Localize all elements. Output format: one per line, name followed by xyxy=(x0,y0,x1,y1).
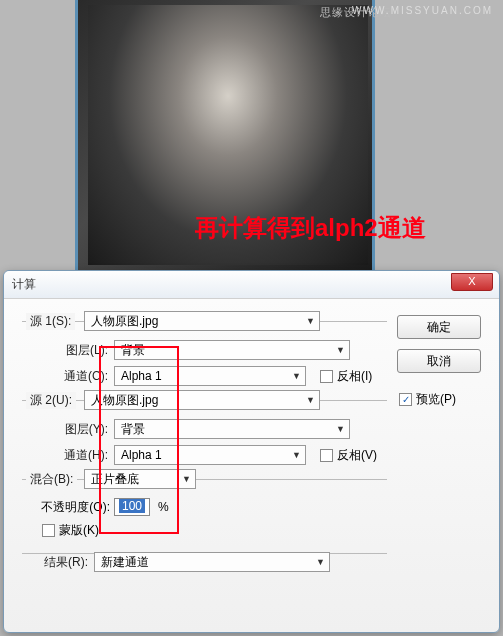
source1-group: 源 1(S): 人物原图.jpg ▼ 图层(L): 背景 ▼ 通道(C): Al… xyxy=(22,321,387,386)
checkbox-icon: ✓ xyxy=(399,393,412,406)
source1-channel-dropdown[interactable]: Alpha 1 ▼ xyxy=(114,366,306,386)
chevron-down-icon: ▼ xyxy=(182,474,191,484)
checkbox-icon xyxy=(42,524,55,537)
chevron-down-icon: ▼ xyxy=(292,450,301,460)
checkbox-icon xyxy=(320,449,333,462)
source2-layer-value: 背景 xyxy=(121,421,145,438)
result-value: 新建通道 xyxy=(101,554,149,571)
mask-label: 蒙版(K)... xyxy=(59,522,109,539)
chevron-down-icon: ▼ xyxy=(292,371,301,381)
source1-value: 人物原图.jpg xyxy=(91,313,158,330)
source1-dropdown[interactable]: 人物原图.jpg ▼ xyxy=(84,311,320,331)
source2-layer-label: 图层(Y): xyxy=(52,421,114,438)
ok-button[interactable]: 确定 xyxy=(397,315,481,339)
source2-layer-dropdown[interactable]: 背景 ▼ xyxy=(114,419,350,439)
source2-invert-label: 反相(V) xyxy=(337,447,377,464)
dialog-left-column: 源 1(S): 人物原图.jpg ▼ 图层(L): 背景 ▼ 通道(C): Al… xyxy=(14,311,397,586)
source2-channel-dropdown[interactable]: Alpha 1 ▼ xyxy=(114,445,306,465)
opacity-input[interactable]: 100 xyxy=(114,498,150,516)
dialog-right-column: 确定 取消 ✓ 预览(P) xyxy=(397,311,489,586)
preview-label: 预览(P) xyxy=(416,391,456,408)
chevron-down-icon: ▼ xyxy=(336,424,345,434)
source1-invert-checkbox[interactable]: 反相(I) xyxy=(320,368,372,385)
chevron-down-icon: ▼ xyxy=(316,557,325,567)
calculations-dialog: 计算 X 源 1(S): 人物原图.jpg ▼ 图层(L): 背景 ▼ xyxy=(3,270,500,633)
url-watermark: WWW.MISSYUAN.COM xyxy=(352,5,493,16)
dialog-titlebar[interactable]: 计算 X xyxy=(4,271,499,299)
dialog-body: 源 1(S): 人物原图.jpg ▼ 图层(L): 背景 ▼ 通道(C): Al… xyxy=(4,299,499,598)
mask-checkbox[interactable]: 蒙版(K)... xyxy=(42,522,109,539)
source1-layer-dropdown[interactable]: 背景 ▼ xyxy=(114,340,350,360)
cancel-button[interactable]: 取消 xyxy=(397,349,481,373)
instruction-annotation: 再计算得到alph2通道 xyxy=(195,212,426,244)
dialog-title: 计算 xyxy=(12,276,36,293)
source2-channel-value: Alpha 1 xyxy=(121,448,162,462)
blend-dropdown[interactable]: 正片叠底 ▼ xyxy=(84,469,196,489)
source2-channel-label: 通道(H): xyxy=(52,447,114,464)
chevron-down-icon: ▼ xyxy=(306,316,315,326)
source1-label: 源 1(S): xyxy=(26,313,75,330)
source1-channel-value: Alpha 1 xyxy=(121,369,162,383)
blend-label: 混合(B): xyxy=(26,471,77,488)
result-label: 结果(R): xyxy=(22,554,94,571)
source1-channel-label: 通道(C): xyxy=(52,368,114,385)
source1-invert-label: 反相(I) xyxy=(337,368,372,385)
source2-dropdown[interactable]: 人物原图.jpg ▼ xyxy=(84,390,320,410)
source2-group: 源 2(U): 人物原图.jpg ▼ 图层(Y): 背景 ▼ 通道(H): Al… xyxy=(22,400,387,465)
blend-group: 混合(B): 正片叠底 ▼ 不透明度(O): 100 % 蒙版(K)... xyxy=(22,479,387,539)
close-button[interactable]: X xyxy=(451,273,493,291)
source2-value: 人物原图.jpg xyxy=(91,392,158,409)
checkbox-icon xyxy=(320,370,333,383)
blend-value: 正片叠底 xyxy=(91,471,139,488)
source1-layer-value: 背景 xyxy=(121,342,145,359)
preview-checkbox[interactable]: ✓ 预览(P) xyxy=(399,391,456,408)
opacity-unit: % xyxy=(158,500,169,514)
chevron-down-icon: ▼ xyxy=(336,345,345,355)
source1-layer-label: 图层(L): xyxy=(52,342,114,359)
source2-invert-checkbox[interactable]: 反相(V) xyxy=(320,447,377,464)
result-dropdown[interactable]: 新建通道 ▼ xyxy=(94,552,330,572)
opacity-label: 不透明度(O): xyxy=(22,499,114,516)
result-group: 结果(R): 新建通道 ▼ xyxy=(22,553,387,572)
source2-label: 源 2(U): xyxy=(26,392,76,409)
chevron-down-icon: ▼ xyxy=(306,395,315,405)
